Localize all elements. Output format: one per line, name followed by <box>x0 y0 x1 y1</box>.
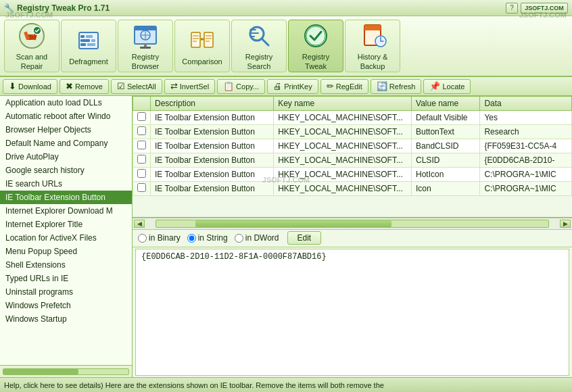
hscroll-track[interactable] <box>156 220 549 228</box>
col-data[interactable]: Data <box>480 97 572 111</box>
refresh-button[interactable]: 🔄 Refresh <box>371 79 422 94</box>
registry-search-icon <box>244 21 274 51</box>
scroll-right-arrow[interactable]: ▶ <box>560 220 571 228</box>
action-bar: ⬇ Download ✖ Remove ☑ SelectAll ⇄ Invert… <box>0 77 572 96</box>
radio-group: in Binary in String in DWord <box>138 233 279 243</box>
sidebar-item-menu-popup[interactable]: Menu Popup Speed <box>0 245 132 258</box>
locate-button[interactable]: 📌 Locate <box>423 79 471 94</box>
title-bar-right: ? JSOFTJ.COM <box>506 3 568 14</box>
row-valuename: ButtonText <box>412 125 480 139</box>
sidebar-item-auto-reboot[interactable]: Automatic reboot after Windo <box>0 109 132 123</box>
sidebar-item-drive-autoplay[interactable]: Drive AutoPlay <box>0 150 132 164</box>
row-checkbox[interactable] <box>133 182 151 196</box>
row-description: IE Toolbar Extension Button <box>151 153 274 168</box>
svg-rect-29 <box>249 29 256 30</box>
table-row[interactable]: IE Toolbar Extension Button HKEY_LOCAL_M… <box>133 139 572 153</box>
sidebar-item-ie-download[interactable]: Internet Explorer Download M <box>0 204 132 218</box>
svg-rect-8 <box>80 39 90 42</box>
sidebar-item-browser-helper[interactable]: Browser Helper Objects <box>0 123 132 137</box>
comparison-icon <box>187 26 217 55</box>
copy-button[interactable]: 📋 Copy... <box>217 79 265 94</box>
scroll-left-arrow[interactable]: ◀ <box>134 220 145 228</box>
remove-button[interactable]: ✖ Remove <box>59 79 109 94</box>
col-keyname[interactable]: Key name <box>274 97 412 111</box>
search-label: Registry Search <box>235 53 283 70</box>
sidebar-item-activex[interactable]: Location for ActiveX Files <box>0 231 132 245</box>
col-description[interactable]: Description <box>151 97 274 111</box>
table-row[interactable]: IE Toolbar Extension Button HKEY_LOCAL_M… <box>133 125 572 139</box>
hscroll-thumb[interactable] <box>195 220 391 227</box>
toolbar-scan[interactable]: Scan and Repair <box>4 20 59 72</box>
locate-icon: 📌 <box>429 81 440 91</box>
row-checkbox[interactable] <box>133 168 151 182</box>
row-checkbox[interactable] <box>133 125 151 139</box>
row-checkbox[interactable] <box>133 111 151 125</box>
invert-sel-button[interactable]: ⇄ InvertSel <box>164 79 215 94</box>
reg-edit-icon: ✏ <box>327 81 334 91</box>
svg-rect-7 <box>86 35 93 38</box>
row-checkbox[interactable] <box>133 139 151 153</box>
sidebar-item-auto-load[interactable]: Application auto load DLLs <box>0 96 132 109</box>
svg-rect-31 <box>249 36 255 37</box>
row-valuename: Default Visible <box>412 111 480 125</box>
download-icon: ⬇ <box>9 81 16 91</box>
toolbar-tweak[interactable]: Registry Tweak <box>288 20 343 72</box>
toolbar-comparison[interactable]: Comparison <box>174 20 230 72</box>
row-keyname: HKEY_LOCAL_MACHINE\SOFT... <box>274 125 412 139</box>
sidebar-item-startup[interactable]: Windows Startup <box>0 312 132 326</box>
row-keyname: HKEY_LOCAL_MACHINE\SOFT... <box>274 111 412 125</box>
table-row[interactable]: IE Toolbar Extension Button HKEY_LOCAL_M… <box>133 168 572 182</box>
sidebar-item-typed-urls[interactable]: Typed URLs in IE <box>0 272 132 285</box>
reg-edit-button[interactable]: ✏ RegEdit <box>320 79 368 94</box>
toolbar-browser[interactable]: Registry Browser <box>118 20 173 72</box>
sidebar-item-shell-ext[interactable]: Shell Extensions <box>0 258 132 272</box>
table-row[interactable]: IE Toolbar Extension Button HKEY_LOCAL_M… <box>133 111 572 125</box>
comparison-label: Comparison <box>182 57 222 66</box>
row-data: {E0DD6CAB-2D10- <box>480 153 572 168</box>
edit-button[interactable]: Edit <box>287 231 322 245</box>
sidebar-item-ie-toolbar[interactable]: IE Toolbar Extension Button <box>0 191 132 204</box>
col-valuename[interactable]: Value name <box>412 97 480 111</box>
row-keyname: HKEY_LOCAL_MACHINE\SOFT... <box>274 153 412 168</box>
browser-label: Registry Browser <box>121 53 170 70</box>
row-keyname: HKEY_LOCAL_MACHINE\SOFT... <box>274 168 412 182</box>
print-key-button[interactable]: 🖨 PrintKey <box>267 79 318 94</box>
h-scrollbar[interactable]: ◀ ▶ <box>133 218 572 230</box>
svg-rect-15 <box>140 47 151 49</box>
svg-rect-30 <box>249 32 259 34</box>
refresh-icon: 🔄 <box>377 81 387 91</box>
scan-label: Scan and Repair <box>7 53 56 70</box>
table-container[interactable]: Description Key name Value name Data IE … <box>133 96 572 218</box>
svg-rect-20 <box>204 32 213 47</box>
sidebar-item-default-name[interactable]: Default Name and Company <box>0 137 132 150</box>
tweak-icon <box>301 21 331 51</box>
radio-binary[interactable]: in Binary <box>138 233 181 243</box>
svg-line-28 <box>262 39 268 45</box>
sidebar-item-uninstall[interactable]: Uninstall programs <box>0 285 132 299</box>
sidebar-item-prefetch[interactable]: Windows Prefetch <box>0 299 132 312</box>
sidebar-scrollbar[interactable] <box>0 365 132 377</box>
row-checkbox[interactable] <box>133 153 151 168</box>
select-all-button[interactable]: ☑ SelectAll <box>111 79 162 94</box>
sidebar-item-ie-title[interactable]: Internet Explorer Title <box>0 218 132 231</box>
sidebar-item-google-history[interactable]: Google search history <box>0 164 132 177</box>
toolbar-search[interactable]: Registry Search <box>231 20 287 72</box>
row-data: Yes <box>480 111 572 125</box>
defrag-icon <box>74 26 103 55</box>
logo-button[interactable]: JSOFTJ.COM <box>521 3 568 14</box>
status-text: Help, click here to see details) Here ar… <box>4 381 384 389</box>
table-row[interactable]: IE Toolbar Extension Button HKEY_LOCAL_M… <box>133 153 572 168</box>
history-icon <box>358 21 387 51</box>
help-button[interactable]: ? <box>506 3 518 14</box>
table-row[interactable]: IE Toolbar Extension Button HKEY_LOCAL_M… <box>133 182 572 196</box>
download-button[interactable]: ⬇ Download <box>3 79 57 94</box>
radio-string[interactable]: in String <box>187 233 228 243</box>
row-data: Research <box>480 125 572 139</box>
sidebar-item-ie-search[interactable]: IE search URLs <box>0 177 132 191</box>
radio-dword[interactable]: in DWord <box>235 233 279 243</box>
copy-icon: 📋 <box>223 81 234 91</box>
row-keyname: HKEY_LOCAL_MACHINE\SOFT... <box>274 139 412 153</box>
toolbar-history[interactable]: History & Backup <box>345 20 400 72</box>
tweak-label: Registry Tweak <box>291 53 340 70</box>
toolbar-defrag[interactable]: Defragment <box>61 20 116 72</box>
